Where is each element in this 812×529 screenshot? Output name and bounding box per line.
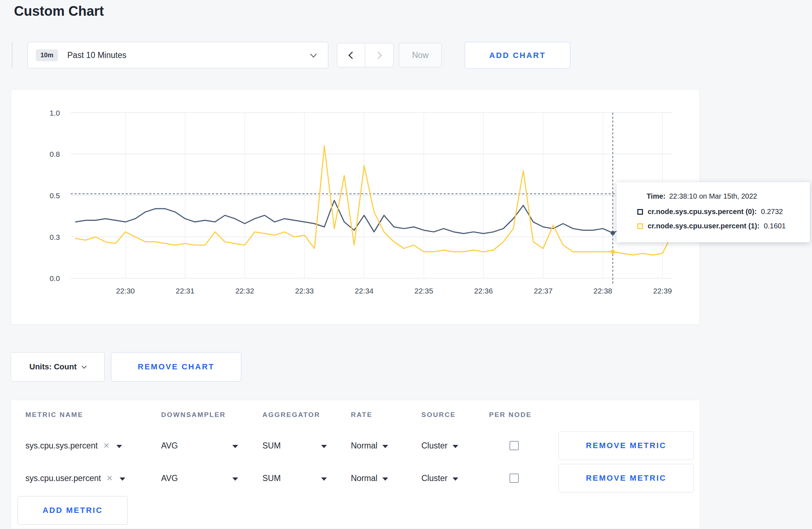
- time-range-label: Past 10 Minutes: [67, 50, 126, 60]
- metric-row: sys.cpu.sys.percent × AVG SUM Normal Clu…: [11, 431, 700, 460]
- per-node-checkbox[interactable]: [509, 474, 519, 483]
- tooltip-series-row: cr.node.sys.cpu.sys.percent (0): 0.2732: [637, 208, 803, 216]
- header-per-node: PER NODE: [489, 411, 559, 419]
- svg-text:0.3: 0.3: [49, 233, 60, 241]
- rate-value: Normal: [351, 441, 377, 451]
- source-value: Cluster: [421, 441, 448, 451]
- units-label: Units: Count: [29, 362, 77, 372]
- clear-metric-icon[interactable]: ×: [107, 473, 112, 483]
- metric-name-cell[interactable]: sys.cpu.sys.percent ×: [25, 441, 161, 451]
- downsampler-value: AVG: [161, 441, 178, 451]
- caret-down-icon: [453, 477, 458, 481]
- rate-value: Normal: [351, 474, 377, 483]
- per-node-checkbox[interactable]: [509, 441, 519, 450]
- add-chart-button[interactable]: ADD CHART: [465, 42, 570, 69]
- source-select[interactable]: Cluster: [421, 474, 458, 483]
- svg-text:22:31: 22:31: [176, 287, 194, 295]
- svg-text:22:36: 22:36: [474, 287, 493, 295]
- downsampler-value: AVG: [161, 474, 178, 483]
- header-downsampler: DOWNSAMPLER: [161, 411, 262, 419]
- aggregator-select[interactable]: SUM: [262, 441, 327, 451]
- time-range-badge: 10m: [36, 49, 58, 61]
- chevron-left-icon: [348, 51, 356, 59]
- tooltip-series-name: cr.node.sys.cpu.sys.percent (0):: [648, 208, 757, 216]
- now-button[interactable]: Now: [399, 43, 442, 67]
- time-nav-group: [337, 43, 393, 67]
- caret-down-icon: [321, 445, 327, 448]
- toolbar-divider: [12, 42, 13, 68]
- caret-down-icon: [321, 477, 327, 481]
- source-select[interactable]: Cluster: [421, 441, 458, 451]
- caret-down-icon: [453, 445, 458, 448]
- add-metric-button[interactable]: ADD METRIC: [18, 496, 128, 525]
- aggregator-select[interactable]: SUM: [262, 474, 327, 483]
- svg-text:22:34: 22:34: [355, 287, 374, 295]
- svg-text:22:38: 22:38: [594, 287, 612, 295]
- user-series-swatch-icon: [637, 223, 643, 229]
- svg-text:22:33: 22:33: [295, 287, 314, 295]
- chart-panel: 22:3022:3122:3222:3322:3422:3522:3622:37…: [11, 89, 700, 325]
- rate-select[interactable]: Normal: [351, 441, 388, 451]
- header-aggregator: AGGREGATOR: [262, 411, 351, 419]
- caret-down-icon: [116, 445, 122, 448]
- chart-tooltip: Time:22:38:10 on Mar 15th, 2022 cr.node.…: [617, 182, 810, 242]
- svg-text:22:30: 22:30: [116, 287, 135, 295]
- tooltip-series-value: 0.2732: [761, 208, 783, 216]
- caret-down-icon: [232, 477, 238, 481]
- header-rate: RATE: [351, 411, 421, 419]
- caret-down-icon: [382, 477, 388, 481]
- tooltip-series-row: cr.node.sys.cpu.user.percent (1): 0.1601: [637, 222, 803, 230]
- metrics-table-header: METRIC NAME DOWNSAMPLER AGGREGATOR RATE …: [11, 400, 700, 429]
- units-dropdown[interactable]: Units: Count: [11, 352, 105, 382]
- page-title: Custom Chart: [14, 4, 104, 19]
- remove-chart-button[interactable]: REMOVE CHART: [111, 352, 241, 382]
- header-metric-name: METRIC NAME: [25, 411, 161, 419]
- tooltip-time-label: Time:: [647, 192, 666, 200]
- tooltip-time-value: 22:38:10 on Mar 15th, 2022: [669, 192, 757, 200]
- caret-down-icon: [232, 445, 238, 448]
- metrics-table: METRIC NAME DOWNSAMPLER AGGREGATOR RATE …: [11, 400, 700, 529]
- chart-canvas[interactable]: 22:3022:3122:3222:3322:3422:3522:3622:37…: [11, 89, 700, 324]
- source-value: Cluster: [421, 474, 448, 483]
- time-range-dropdown[interactable]: 10m Past 10 Minutes: [28, 42, 328, 68]
- svg-text:22:37: 22:37: [534, 287, 552, 295]
- header-source: SOURCE: [421, 411, 489, 419]
- tooltip-series-value: 0.1601: [764, 222, 786, 230]
- svg-text:22:35: 22:35: [415, 287, 433, 295]
- prev-time-button[interactable]: [337, 43, 365, 67]
- chevron-down-icon: [82, 363, 87, 368]
- caret-down-icon: [382, 445, 388, 448]
- next-time-button[interactable]: [365, 43, 393, 67]
- svg-text:1.0: 1.0: [49, 109, 60, 117]
- downsampler-select[interactable]: AVG: [161, 474, 238, 483]
- metric-name-value: sys.cpu.sys.percent: [25, 441, 98, 451]
- tooltip-time: Time:22:38:10 on Mar 15th, 2022: [637, 192, 803, 200]
- chevron-down-icon: [310, 51, 316, 57]
- svg-text:22:32: 22:32: [235, 287, 254, 295]
- clear-metric-icon[interactable]: ×: [103, 441, 109, 451]
- metric-name-value: sys.cpu.user.percent: [25, 474, 101, 483]
- metric-name-cell[interactable]: sys.cpu.user.percent ×: [25, 473, 161, 483]
- tooltip-series-name: cr.node.sys.cpu.user.percent (1):: [648, 222, 759, 230]
- remove-metric-button[interactable]: REMOVE METRIC: [559, 464, 694, 492]
- aggregator-value: SUM: [262, 441, 281, 451]
- chevron-right-icon: [374, 51, 382, 59]
- remove-metric-button[interactable]: REMOVE METRIC: [559, 431, 694, 460]
- aggregator-value: SUM: [262, 474, 281, 483]
- sys-series-swatch-icon: [637, 209, 643, 215]
- downsampler-select[interactable]: AVG: [161, 441, 238, 451]
- svg-text:22:39: 22:39: [653, 287, 672, 295]
- svg-text:0.0: 0.0: [49, 274, 60, 282]
- svg-text:0.8: 0.8: [49, 150, 60, 158]
- metric-row: sys.cpu.user.percent × AVG SUM Normal Cl…: [11, 464, 700, 492]
- svg-text:0.5: 0.5: [49, 191, 60, 200]
- rate-select[interactable]: Normal: [351, 474, 388, 483]
- caret-down-icon: [120, 477, 125, 481]
- custom-chart-page: Custom Chart 10m Past 10 Minutes Now ADD…: [0, 0, 812, 529]
